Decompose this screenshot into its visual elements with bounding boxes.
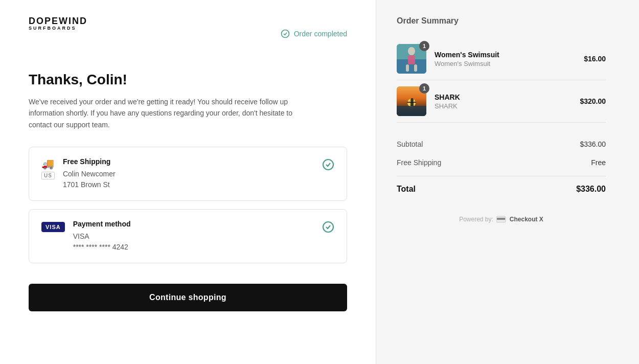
product-variant-swimsuit: Women's Swimsuit bbox=[435, 60, 499, 67]
product-text-swimsuit: Women's Swimsuit Women's Swimsuit bbox=[435, 51, 499, 67]
product-info-left-swimsuit: 1 Women's Swimsuit Women's Swimsuit bbox=[397, 44, 499, 74]
continue-shopping-button[interactable]: Continue shopping bbox=[29, 284, 347, 311]
right-panel: Order Summary bbox=[376, 0, 626, 364]
country-badge: US bbox=[41, 172, 55, 179]
product-list: 1 Women's Swimsuit Women's Swimsuit $16.… bbox=[397, 38, 606, 123]
order-summary-title: Order Summary bbox=[397, 16, 606, 26]
payment-brand-label: VISA bbox=[73, 231, 131, 242]
svg-rect-6 bbox=[408, 55, 415, 64]
payment-check-icon bbox=[322, 221, 334, 236]
order-status-text: Order completed bbox=[294, 30, 347, 38]
svg-point-5 bbox=[408, 47, 415, 55]
truck-icon: 🚚 bbox=[41, 157, 54, 170]
logo-area: DOPEWIND SURFBOARDS bbox=[29, 16, 87, 31]
product-price-shark: $320.00 bbox=[580, 97, 606, 105]
svg-rect-11 bbox=[397, 106, 426, 116]
shipping-address: 1701 Brown St bbox=[63, 179, 116, 190]
brand-sub: SURFBOARDS bbox=[29, 26, 87, 31]
subtotal-row: Subtotal $336.00 bbox=[397, 135, 606, 153]
product-info-left-shark: 1 SHARK SHARK bbox=[397, 86, 460, 116]
payment-title: Payment method bbox=[73, 220, 131, 228]
svg-point-0 bbox=[281, 30, 289, 38]
product-text-shark: SHARK SHARK bbox=[435, 93, 460, 110]
payment-details: Payment method VISA **** **** **** 4242 bbox=[73, 220, 131, 253]
svg-rect-7 bbox=[406, 64, 409, 72]
quantity-badge-shark: 1 bbox=[419, 83, 429, 94]
order-complete-icon bbox=[281, 29, 290, 38]
subtotal-label: Subtotal bbox=[397, 140, 423, 148]
svg-point-2 bbox=[323, 222, 333, 232]
shipping-name: Colin Newcomer bbox=[63, 169, 116, 179]
quantity-badge-swimsuit: 1 bbox=[419, 41, 429, 51]
product-name-swimsuit: Women's Swimsuit bbox=[435, 51, 499, 59]
product-name-shark: SHARK bbox=[435, 93, 460, 101]
brand-name: DOPEWIND bbox=[29, 16, 87, 26]
product-img-wrap-shark: 1 bbox=[397, 86, 426, 116]
total-label: Total bbox=[397, 185, 416, 194]
product-variant-shark: SHARK bbox=[435, 102, 460, 110]
shipping-card-left: 🚚 US Free Shipping Colin Newcomer 1701 B… bbox=[41, 157, 116, 190]
thanks-heading: Thanks, Colin! bbox=[29, 72, 347, 88]
shipping-card: 🚚 US Free Shipping Colin Newcomer 1701 B… bbox=[29, 147, 347, 201]
shipping-value: Free bbox=[591, 158, 606, 167]
shipping-check-icon bbox=[322, 158, 334, 174]
payment-card: VISA Payment method VISA **** **** **** … bbox=[29, 209, 347, 263]
left-panel: DOPEWIND SURFBOARDS Order completed Than… bbox=[0, 0, 376, 364]
svg-point-13 bbox=[410, 98, 414, 102]
shipping-row: Free Shipping Free bbox=[397, 153, 606, 172]
product-price-swimsuit: $16.00 bbox=[584, 55, 606, 63]
checkout-x-brand: Checkout X bbox=[510, 216, 543, 223]
svg-rect-14 bbox=[410, 102, 414, 106]
total-row: Total $336.00 bbox=[397, 176, 606, 199]
product-img-wrap-swimsuit: 1 bbox=[397, 44, 426, 74]
visa-badge: VISA bbox=[41, 222, 65, 232]
svg-point-1 bbox=[323, 160, 333, 170]
shipping-details: Free Shipping Colin Newcomer 1701 Brown … bbox=[63, 157, 116, 190]
subtotal-value: $336.00 bbox=[580, 140, 606, 148]
svg-rect-16 bbox=[497, 218, 505, 220]
powered-by-row: Powered by: Checkout X bbox=[397, 215, 606, 223]
order-status-indicator: Order completed bbox=[281, 29, 347, 38]
top-header-row: DOPEWIND SURFBOARDS Order completed bbox=[29, 16, 347, 51]
product-item-shark: 1 SHARK SHARK $320.00 bbox=[397, 80, 606, 123]
product-item-swimsuit: 1 Women's Swimsuit Women's Swimsuit $16.… bbox=[397, 38, 606, 80]
confirmation-message: We've received your order and we're gett… bbox=[29, 96, 315, 130]
shipping-label: Free Shipping bbox=[397, 158, 441, 167]
checkout-x-logo-icon bbox=[496, 215, 507, 223]
svg-rect-8 bbox=[414, 64, 417, 72]
shipping-title: Free Shipping bbox=[63, 157, 116, 166]
total-value: $336.00 bbox=[576, 185, 606, 194]
payment-masked: **** **** **** 4242 bbox=[73, 242, 131, 253]
shipping-icon-wrap: 🚚 US bbox=[41, 157, 55, 179]
powered-by-label: Powered by: bbox=[459, 216, 493, 223]
payment-card-left: VISA Payment method VISA **** **** **** … bbox=[41, 220, 131, 253]
visa-icon-wrap: VISA bbox=[41, 221, 65, 232]
